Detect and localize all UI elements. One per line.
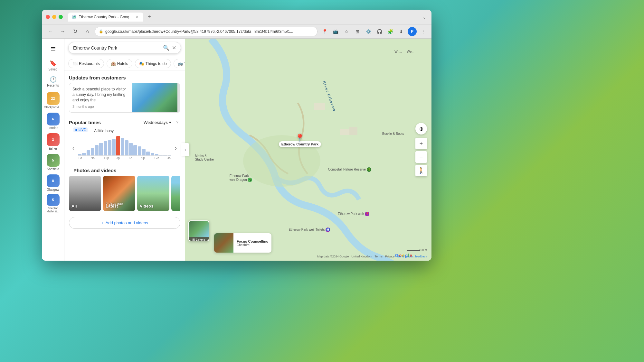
compass-button[interactable]: ⊕ (415, 123, 427, 135)
privacy-link[interactable]: Privacy (385, 255, 395, 258)
extensions-icon[interactable]: 🧩 (386, 27, 395, 36)
chip-things-to-do[interactable]: 🎭 Things to do (135, 59, 171, 68)
bar-9 (112, 139, 116, 155)
location-pin[interactable]: 📍 Etherow Country Park (279, 134, 321, 147)
photo-videos-label: Videos (140, 204, 153, 209)
download-icon[interactable]: ⬇ (397, 27, 406, 36)
new-tab-button[interactable]: + (145, 13, 154, 22)
map-terms: Map data ©2024 Google United Kingdom Ter… (317, 255, 427, 258)
add-photos-button[interactable]: + Add photos and videos (69, 217, 180, 229)
profile-avatar[interactable]: P (408, 27, 417, 36)
street-view-button[interactable]: 🚶 (415, 165, 427, 176)
bar-21 (163, 155, 167, 155)
popular-times-day-selector[interactable]: Wednesdays ▾ (144, 120, 171, 125)
bar-2 (82, 153, 86, 155)
bottom-card-text: Focus Counselling Cheshire (233, 237, 271, 249)
browser-window: 🗺️ Etherow Country Park - Goog... ✕ + ⌄ … (42, 10, 431, 261)
layers-button[interactable]: ⊞ Layers (188, 220, 209, 241)
sidebar-item-shepton[interactable]: 5 Shepton Mallet &... (44, 194, 62, 213)
chip-transport[interactable]: 🚌 Transport (174, 59, 185, 68)
map-background: River Etherow 📍 Etherow Country Park Eth… (185, 39, 431, 261)
map-controls: ⊕ + − 🚶 (415, 123, 427, 176)
clear-search-button[interactable]: ✕ (172, 45, 176, 51)
update-card[interactable]: Such a peaceful place to visitor a sunny… (69, 83, 180, 113)
terms-uk[interactable]: United Kingdom (351, 255, 372, 258)
sidebar-item-saved[interactable]: 🔖 Saved (45, 57, 61, 73)
minimize-window-button[interactable] (52, 15, 56, 19)
sidebar-item-esher[interactable]: 3 Esher (44, 132, 62, 151)
sidebar-item-recents[interactable]: 🕐 Recents (45, 73, 61, 89)
maps-panel: Etherow Country Park 🔍 ✕ 🍽️ Restaurants … (64, 39, 185, 261)
esher-icon: 3 (52, 138, 54, 142)
plus-icon: + (101, 220, 104, 225)
chart-label-3a: 3a (166, 156, 171, 160)
bar-1 (78, 154, 81, 155)
chip-hotels[interactable]: 🏨 Hotels (107, 59, 132, 68)
collapse-panel-button[interactable]: ‹ (181, 143, 189, 156)
recents-label: Recents (47, 84, 59, 87)
popular-times-info-button[interactable]: ? (174, 119, 180, 125)
chart-label-3p: 3p (116, 156, 129, 160)
update-time: 3 months ago (72, 105, 129, 108)
photo-videos[interactable]: Videos (137, 176, 169, 211)
browser-menu-button[interactable]: ⌄ (421, 14, 428, 20)
stockport-label: Stockport &... (44, 106, 62, 109)
maps-search-bar[interactable]: Etherow Country Park 🔍 ✕ (68, 42, 181, 54)
chart-label-6p: 6p (129, 156, 141, 160)
updates-title: Updates from customers (64, 70, 185, 83)
maps-sidebar-icons: ☰ 🔖 Saved 🕐 Recents 22 Stockport &... (42, 39, 64, 261)
chart-next-button[interactable]: › (171, 144, 180, 153)
search-icon[interactable]: 🔍 (163, 45, 169, 51)
tab-close-button[interactable]: ✕ (134, 14, 139, 20)
home-button[interactable]: ⌂ (82, 27, 92, 36)
hotel-icon: 🏨 (111, 61, 116, 66)
photo-latest-sublabel: 6 days ago (106, 201, 123, 205)
scale-bar (407, 249, 420, 251)
update-image (132, 83, 177, 112)
terms-link[interactable]: Terms (374, 255, 383, 258)
sidebar-item-glasgow[interactable]: 8 Glasgow (44, 173, 62, 192)
stockport-icon: 22 (51, 97, 55, 100)
focus-counselling-card[interactable]: Focus Counselling Cheshire (214, 233, 271, 253)
zoom-in-button[interactable]: + (415, 138, 427, 149)
chart-prev-button[interactable]: ‹ (69, 144, 78, 153)
settings-icon[interactable]: ⚙️ (364, 27, 373, 36)
chart-label-9a: 9a (91, 156, 104, 160)
photo-all[interactable]: All (69, 176, 101, 211)
sidebar-item-sheffield[interactable]: 5 Sheffield (44, 153, 62, 172)
chip-restaurants[interactable]: 🍽️ Restaurants (68, 59, 104, 68)
title-bar: 🗺️ Etherow Country Park - Goog... ✕ + ⌄ (42, 10, 431, 24)
chevron-down-icon: ▾ (169, 120, 171, 125)
scale-label: 50 m (421, 248, 427, 252)
fullscreen-window-button[interactable] (59, 15, 63, 19)
back-button[interactable]: ← (46, 27, 55, 36)
address-bar[interactable]: 🔒 google.co.uk/maps/place/Etherow+Countr… (95, 27, 317, 36)
hamburger-icon: ☰ (51, 46, 56, 53)
layers-icon[interactable]: ⊞ (353, 27, 362, 36)
chip-label-transport: Transport (184, 61, 185, 66)
sheffield-icon: 5 (52, 158, 54, 162)
live-badge: LIVE (73, 127, 88, 132)
bar-7 (104, 141, 107, 155)
sidebar-hamburger[interactable]: ☰ (45, 41, 61, 57)
close-window-button[interactable] (46, 15, 50, 19)
shepton-icon: 5 (52, 198, 54, 202)
bookmark-icon[interactable]: ☆ (342, 27, 351, 36)
photo-more[interactable] (171, 176, 180, 211)
browser-menu-dots[interactable]: ⋮ (419, 27, 428, 36)
photo-latest[interactable]: Latest 6 days ago (103, 176, 135, 211)
active-tab[interactable]: 🗺️ Etherow Country Park - Goog... ✕ (68, 13, 143, 22)
reload-button[interactable]: ↻ (70, 27, 80, 36)
sidebar-item-london[interactable]: 6 London (44, 111, 62, 131)
forward-button[interactable]: → (58, 27, 68, 36)
live-label: LIVE (79, 128, 86, 132)
cast-icon[interactable]: 📺 (331, 27, 340, 36)
location-icon[interactable]: 📍 (320, 27, 329, 36)
panel-scrollbar[interactable] (177, 83, 180, 112)
chart-nav: ‹ (69, 136, 180, 160)
zoom-out-button[interactable]: − (415, 151, 427, 163)
sidebar-item-stockport[interactable]: 22 Stockport &... (44, 91, 62, 110)
feedback-link[interactable]: Send product feedback (397, 255, 427, 258)
chip-label-restaurants: Restaurants (79, 61, 100, 66)
headphones-icon[interactable]: 🎧 (375, 27, 384, 36)
